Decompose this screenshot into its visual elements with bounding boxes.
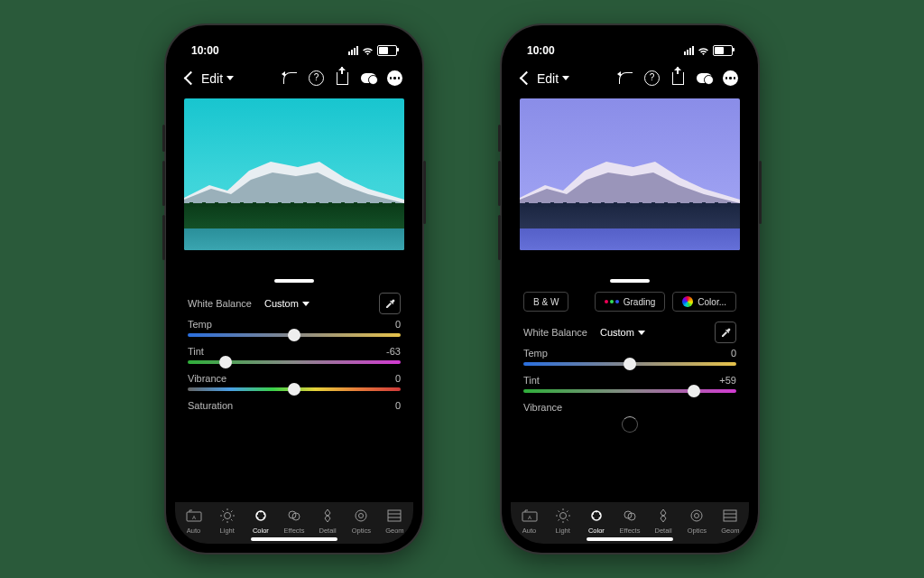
svg-line-8	[231, 519, 233, 521]
photo-preview[interactable]	[184, 98, 404, 250]
temp-slider[interactable]: Temp0	[188, 319, 401, 337]
bw-button[interactable]: B & W	[523, 292, 568, 312]
notch	[240, 34, 348, 56]
undo-icon[interactable]	[618, 70, 633, 86]
undo-icon[interactable]	[282, 70, 298, 86]
notch	[576, 34, 684, 56]
back-button[interactable]	[520, 71, 534, 86]
color-panel: White Balance Custom Temp0 Tint-63 Vibra…	[175, 283, 413, 411]
status-time: 10:00	[527, 44, 555, 57]
tab-geometry[interactable]: Geom	[714, 508, 747, 535]
tab-optics[interactable]: Optics	[345, 508, 378, 535]
svg-point-26	[559, 513, 566, 519]
cellular-icon	[684, 46, 694, 55]
top-toolbar: Edit ?	[511, 67, 749, 93]
svg-line-33	[558, 519, 559, 521]
svg-point-15	[256, 517, 258, 519]
tab-detail[interactable]: Detail	[647, 508, 680, 535]
white-balance-dropdown[interactable]: Custom	[264, 298, 310, 309]
slider-thumb[interactable]	[288, 329, 300, 341]
edit-dropdown[interactable]: Edit	[537, 71, 569, 86]
tab-effects[interactable]: Effects	[277, 508, 310, 535]
share-icon[interactable]	[335, 70, 350, 86]
svg-point-20	[359, 514, 364, 518]
svg-point-39	[592, 517, 594, 519]
more-icon[interactable]	[387, 70, 402, 86]
svg-point-13	[263, 513, 265, 515]
phone-left: 10:00 Edit ?	[166, 25, 422, 553]
svg-point-2	[224, 513, 230, 519]
svg-point-37	[599, 513, 601, 515]
svg-line-31	[558, 511, 559, 513]
tab-color[interactable]: Color	[579, 508, 613, 535]
colormix-button[interactable]: Color...	[672, 292, 736, 312]
top-toolbar: Edit ?	[175, 67, 413, 93]
svg-line-10	[231, 511, 233, 513]
svg-text:A: A	[192, 515, 196, 520]
tab-optics[interactable]: Optics	[680, 508, 714, 535]
battery-icon	[377, 45, 397, 56]
svg-line-32	[567, 519, 568, 521]
loading-spinner	[622, 416, 638, 433]
battery-icon	[713, 45, 733, 56]
slider-thumb[interactable]	[219, 356, 232, 368]
share-icon[interactable]	[670, 70, 686, 86]
eyedropper-button[interactable]	[715, 322, 736, 343]
temp-slider[interactable]: Temp0	[523, 348, 736, 366]
cloud-sync-icon[interactable]	[361, 70, 376, 86]
tab-auto[interactable]: AAuto	[177, 508, 210, 535]
wifi-icon	[698, 46, 709, 55]
cellular-icon	[348, 46, 358, 55]
svg-rect-45	[724, 510, 736, 521]
slider-thumb[interactable]	[688, 385, 700, 397]
svg-point-12	[260, 511, 262, 513]
svg-point-14	[263, 517, 264, 519]
back-button[interactable]	[184, 71, 199, 86]
more-icon[interactable]	[723, 70, 738, 86]
eyedropper-button[interactable]	[379, 293, 401, 314]
edit-dropdown[interactable]: Edit	[201, 71, 234, 86]
grading-button[interactable]: Grading	[595, 292, 666, 312]
tint-slider[interactable]: Tint+59	[523, 375, 736, 393]
svg-text:A: A	[528, 515, 531, 520]
tab-light[interactable]: Light	[210, 508, 244, 535]
tab-light[interactable]: Light	[546, 508, 579, 535]
vibrance-slider[interactable]: Vibrance0	[188, 373, 401, 391]
help-icon[interactable]: ?	[309, 70, 324, 86]
phone-right: 10:00 Edit ?	[502, 25, 758, 553]
color-panel: B & W Grading Color... White Balance Cus…	[511, 283, 749, 433]
help-icon[interactable]: ?	[644, 70, 660, 86]
cloud-sync-icon[interactable]	[697, 70, 712, 86]
svg-point-19	[356, 510, 366, 521]
home-indicator[interactable]	[251, 537, 337, 541]
tab-color[interactable]: Color	[244, 508, 277, 535]
tab-effects[interactable]: Effects	[613, 508, 646, 535]
svg-point-43	[691, 510, 702, 521]
saturation-slider[interactable]: Saturation0	[188, 400, 401, 411]
svg-line-9	[222, 519, 224, 521]
vibrance-slider[interactable]: Vibrance	[523, 402, 736, 433]
white-balance-label: White Balance	[188, 298, 252, 309]
white-balance-dropdown[interactable]: Custom	[600, 327, 645, 338]
wifi-icon	[362, 46, 374, 55]
svg-point-38	[598, 517, 600, 519]
status-time: 10:00	[191, 44, 219, 57]
svg-point-16	[256, 513, 258, 515]
tint-slider[interactable]: Tint-63	[188, 346, 401, 364]
svg-line-34	[567, 511, 568, 513]
tab-auto[interactable]: AAuto	[513, 508, 546, 535]
svg-line-7	[222, 511, 224, 513]
svg-point-36	[596, 511, 597, 513]
slider-thumb[interactable]	[288, 383, 300, 396]
tab-detail[interactable]: Detail	[311, 508, 345, 535]
tab-geometry[interactable]: Geom	[378, 508, 411, 535]
svg-point-40	[592, 513, 594, 515]
svg-rect-21	[388, 510, 401, 521]
photo-preview[interactable]	[520, 98, 740, 250]
white-balance-label: White Balance	[523, 327, 587, 338]
home-indicator[interactable]	[587, 537, 673, 541]
svg-point-44	[695, 514, 699, 518]
slider-thumb[interactable]	[624, 358, 636, 370]
